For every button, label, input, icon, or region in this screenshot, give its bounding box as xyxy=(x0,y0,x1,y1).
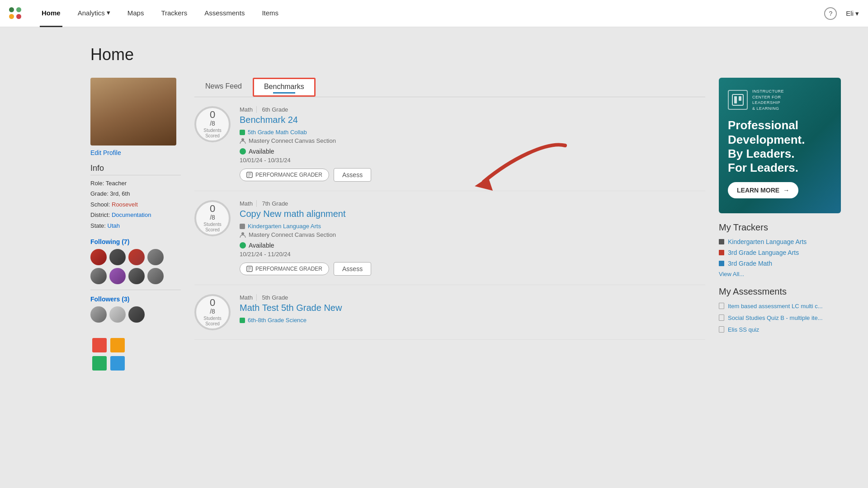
info-title: Info xyxy=(90,164,181,175)
svg-rect-9 xyxy=(732,94,743,105)
logo-dot-2 xyxy=(16,7,21,12)
center-content: News Feed Benchmarks xyxy=(194,78,705,372)
followers-section: Followers (3) xyxy=(90,296,181,323)
role-info: Role: Teacher xyxy=(90,178,181,188)
assess-btn-2[interactable]: Assess xyxy=(334,262,371,276)
logo[interactable] xyxy=(9,7,22,20)
instructure-logo-icon xyxy=(731,94,744,106)
perf-grader-icon-2 xyxy=(246,266,253,272)
nav-items[interactable]: Items xyxy=(260,0,280,27)
tab-news-feed[interactable]: News Feed xyxy=(194,78,253,97)
benchmark-item-1: 0 /8 StudentsScored Math 6th Grade Bench… xyxy=(194,97,705,191)
follower-avatar-8[interactable] xyxy=(147,268,164,284)
section-icon xyxy=(240,138,246,144)
follower-avatar-5[interactable] xyxy=(90,268,107,284)
follower-avatar-b[interactable] xyxy=(109,306,126,323)
benchmark-tracker-2[interactable]: Kindergarten Language Arts xyxy=(240,223,705,230)
status-dot-2 xyxy=(240,242,246,249)
district-link[interactable]: Documentation xyxy=(112,211,151,218)
my-trackers-section: My Trackers Kindergarten Language Arts 3… xyxy=(719,222,841,277)
ad-cta-button[interactable]: LEARN MORE → xyxy=(728,182,798,198)
tracker-item-1[interactable]: Kindergarten Language Arts xyxy=(719,238,841,245)
school-link[interactable]: Roosevelt xyxy=(112,201,138,208)
tracker-icon-3 xyxy=(719,261,724,266)
user-menu[interactable]: Eli ▾ xyxy=(846,9,859,18)
top-navigation: Home Analytics ▾ Maps Trackers Assessmen… xyxy=(0,0,868,27)
nav-analytics[interactable]: Analytics ▾ xyxy=(76,0,112,27)
trackers-title: My Trackers xyxy=(719,222,841,233)
follower-avatar-3[interactable] xyxy=(128,249,145,265)
ad-logo-text: INSTRUCTURE CENTER FOR LEADERSHIP & LEAR… xyxy=(752,89,784,111)
followers-link[interactable]: Followers (3) xyxy=(90,296,181,303)
trackers-view-all[interactable]: View All... xyxy=(719,271,841,277)
svg-rect-11 xyxy=(739,96,741,101)
state-link[interactable]: Utah xyxy=(108,222,120,229)
follower-avatar-4[interactable] xyxy=(147,249,164,265)
perf-grader-icon xyxy=(246,172,253,178)
tracker-icon-green-3 xyxy=(240,318,245,323)
following-avatars xyxy=(90,249,181,284)
benchmark-tracker-1[interactable]: 5th Grade Math Collab xyxy=(240,129,705,136)
state-info: State: Utah xyxy=(90,221,181,231)
benchmark-section-1: Mastery Connect Canvas Section xyxy=(240,137,705,144)
score-circle-2: 0 /8 StudentsScored xyxy=(194,200,231,236)
profile-photo xyxy=(90,78,176,145)
benchmark-name-3[interactable]: Math Test 5th Grade New xyxy=(240,303,705,313)
nav-trackers[interactable]: Trackers xyxy=(159,0,189,27)
assessment-item-3[interactable]: Elis SS quiz xyxy=(719,326,841,334)
svg-point-5 xyxy=(241,138,244,141)
tab-active-underline xyxy=(273,92,295,94)
user-dropdown-icon: ▾ xyxy=(855,9,859,18)
follower-avatar-1[interactable] xyxy=(90,249,107,265)
benchmark-section-2: Mastery Connect Canvas Section xyxy=(240,231,705,238)
svg-rect-1 xyxy=(110,338,125,352)
svg-rect-2 xyxy=(92,356,107,371)
svg-rect-10 xyxy=(734,96,737,103)
score-circle-3: 0 /8 StudentsScored xyxy=(194,294,231,330)
following-section: Following (7) xyxy=(90,238,181,290)
assess-btn-1[interactable]: Assess xyxy=(334,168,371,182)
status-dot-1 xyxy=(240,148,246,155)
followers-avatars xyxy=(90,306,181,323)
tracker-item-3[interactable]: 3rd Grade Math xyxy=(719,260,841,267)
tab-benchmarks-label[interactable]: Benchmarks xyxy=(264,83,304,90)
ad-headline: Professional Development. By Leaders. Fo… xyxy=(728,118,832,175)
tracker-icon-1 xyxy=(719,239,724,244)
district-info: District: Documentation xyxy=(90,210,181,220)
nav-assessments[interactable]: Assessments xyxy=(203,0,246,27)
ad-logo-area: INSTRUCTURE CENTER FOR LEADERSHIP & LEAR… xyxy=(728,89,832,111)
benchmark-info-3: Math 5th Grade Math Test 5th Grade New 6… xyxy=(240,294,705,325)
following-link[interactable]: Following (7) xyxy=(90,238,181,245)
follower-avatar-7[interactable] xyxy=(128,268,145,284)
tracker-item-2[interactable]: 3rd Grade Language Arts xyxy=(719,249,841,256)
logo-dot-3 xyxy=(9,14,14,19)
left-sidebar: Edit Profile Info Role: Teacher Grade: 3… xyxy=(90,78,181,372)
benchmark-meta-1: Math 6th Grade xyxy=(240,106,705,113)
nav-right-area: ? Eli ▾ xyxy=(824,7,859,20)
tracker-icon-gray xyxy=(240,224,245,229)
benchmark-info-2: Math 7th Grade Copy New math alignment K… xyxy=(240,200,705,276)
assessment-item-1[interactable]: Item based assessment LC multi c... xyxy=(719,302,841,310)
doc-icon-3 xyxy=(719,326,724,333)
help-button[interactable]: ? xyxy=(824,7,837,20)
benchmark-tracker-3[interactable]: 6th-8th Grade Science xyxy=(240,317,705,324)
perf-grader-btn-2[interactable]: PERFORMANCE GRADER xyxy=(240,263,329,275)
nav-home[interactable]: Home xyxy=(40,0,62,27)
nav-maps[interactable]: Maps xyxy=(126,0,146,27)
ad-banner: INSTRUCTURE CENTER FOR LEADERSHIP & LEAR… xyxy=(719,78,841,213)
perf-grader-btn-1[interactable]: PERFORMANCE GRADER xyxy=(240,169,329,181)
benchmark-name-1[interactable]: Benchmark 24 xyxy=(240,115,705,125)
content-tabs: News Feed Benchmarks xyxy=(194,78,705,97)
svg-rect-0 xyxy=(92,338,107,352)
ad-cta-arrow: → xyxy=(783,187,789,194)
benchmark-name-2[interactable]: Copy New math alignment xyxy=(240,209,705,219)
follower-avatar-6[interactable] xyxy=(109,268,126,284)
assessment-item-2[interactable]: Social Studies Quiz B - multiple ite... xyxy=(719,314,841,322)
score-circle-1: 0 /8 StudentsScored xyxy=(194,106,231,142)
follower-avatar-a[interactable] xyxy=(90,306,107,323)
edit-profile-link[interactable]: Edit Profile xyxy=(90,149,181,156)
benchmarks-highlight: Benchmarks xyxy=(253,78,316,97)
follower-avatar-c[interactable] xyxy=(128,306,145,323)
follower-avatar-2[interactable] xyxy=(109,249,126,265)
profile-image xyxy=(90,78,176,145)
